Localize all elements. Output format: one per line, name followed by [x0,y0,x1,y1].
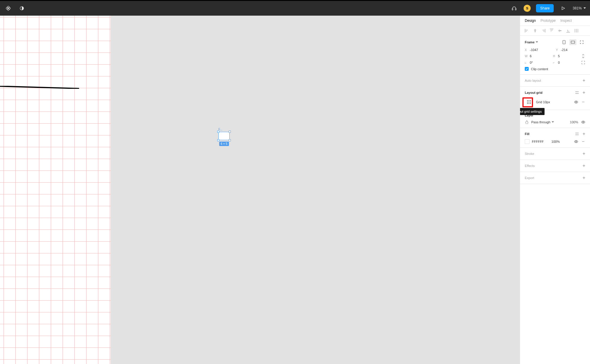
align-hcenter-icon[interactable] [533,29,537,33]
selection-box [218,132,230,140]
fill-swatch[interactable] [525,139,529,144]
tab-inspect[interactable]: Inspect [560,19,572,23]
fill-visibility-icon[interactable] [574,140,578,144]
tab-design[interactable]: Design [525,19,536,23]
effects-section: Effects + [520,160,590,172]
selection-dimensions: 6 × 5 [219,142,229,146]
components-icon[interactable] [4,4,12,12]
fill-opacity-input[interactable]: 100% [551,140,560,143]
svg-point-47 [577,133,578,134]
top-toolbar: S Share 381% [0,1,590,16]
layout-grid-item-label[interactable]: Grid 10px [536,100,550,104]
svg-point-45 [583,122,584,123]
resize-to-fit-icon[interactable] [578,39,585,45]
clip-content-label: Clip content [531,67,548,71]
present-icon[interactable] [559,4,567,12]
svg-point-35 [527,100,528,101]
canvas[interactable]: F... 6 × 5 [0,16,520,364]
x-input[interactable]: -1047 [530,48,538,52]
svg-point-48 [576,135,576,135]
align-vcenter-icon[interactable] [558,29,562,33]
independent-corners-icon[interactable] [581,60,585,65]
resize-handle-br[interactable] [229,139,231,141]
svg-point-49 [577,135,578,135]
alignment-row [520,26,590,36]
add-auto-layout-button[interactable]: + [583,78,585,83]
svg-point-39 [529,102,529,103]
svg-point-38 [527,102,528,103]
effects-title: Effects [525,164,535,168]
stroke-title: Stroke [525,152,534,155]
resize-handle-tr[interactable] [229,131,231,133]
x-label: X [525,48,528,52]
frame-section: Frame X-1047 Y-214 W6 H5 ⟀0° ⌐ [520,36,590,75]
constrain-proportions-icon[interactable] [581,54,585,58]
auto-layout-title: Auto layout [525,79,541,82]
svg-point-40 [530,102,531,103]
svg-rect-29 [563,40,565,44]
svg-point-41 [527,103,528,104]
w-input[interactable]: 6 [530,54,532,58]
blend-mode-dropdown[interactable]: Pass through [531,120,554,124]
avatar-initial: S [526,6,528,10]
orientation-landscape-icon[interactable] [569,39,576,45]
vector-line[interactable] [0,86,79,89]
auto-layout-section: Auto layout + [520,75,590,87]
svg-point-33 [576,93,576,94]
resize-handle-bl[interactable] [217,139,219,141]
selected-frame[interactable]: F... 6 × 5 [218,132,230,140]
h-input[interactable]: 5 [558,54,560,58]
distribute-icon[interactable] [574,29,578,33]
zoom-dropdown[interactable]: 381% [573,6,586,10]
radius-icon: ⌐ [553,61,556,64]
remove-layout-grid-button[interactable]: − [581,100,585,104]
layer-opacity-input[interactable]: 100% [570,120,578,124]
frame-title[interactable]: Frame [525,40,538,44]
align-left-icon[interactable] [525,29,529,33]
fill-styles-icon[interactable] [575,132,579,136]
orientation-portrait-icon[interactable] [560,39,568,45]
artboard-grid[interactable] [0,16,111,364]
fill-hex-input[interactable]: FFFFFF [532,140,544,143]
svg-point-46 [576,133,576,134]
tab-prototype[interactable]: Prototype [540,19,555,23]
properties-panel: Design Prototype Inspect Frame [520,16,590,364]
export-section: Export + [520,172,590,184]
blend-mode-icon[interactable] [525,120,529,124]
stroke-section: Stroke + [520,148,590,160]
y-input[interactable]: -214 [561,48,568,52]
mask-icon[interactable] [18,4,26,12]
add-stroke-button[interactable]: + [583,151,585,156]
align-right-icon[interactable] [541,29,545,33]
fill-title: Fill [525,132,529,136]
h-label: H [553,55,556,58]
grid-visibility-icon[interactable] [574,100,578,104]
svg-rect-30 [571,41,575,43]
grid-icon [527,100,531,104]
radius-input[interactable]: 0 [558,61,560,64]
layout-grid-section: Layout grid + Grid 10px − [520,87,590,110]
grid-styles-icon[interactable] [575,91,579,95]
svg-point-37 [530,100,531,101]
svg-point-43 [530,103,531,104]
resize-handle-tl[interactable] [217,131,219,133]
rotation-input[interactable]: 0° [530,61,533,64]
layer-visibility-icon[interactable] [581,120,585,124]
headphones-icon[interactable] [510,4,518,12]
align-top-icon[interactable] [550,29,554,33]
remove-fill-button[interactable]: − [581,140,585,144]
add-effect-button[interactable]: + [583,163,585,168]
avatar[interactable]: S [524,5,531,12]
panel-tabs: Design Prototype Inspect [520,16,590,26]
add-export-button[interactable]: + [583,176,585,180]
align-bottom-icon[interactable] [566,29,570,33]
add-fill-button[interactable]: + [583,132,585,136]
add-layout-grid-button[interactable]: + [583,90,585,95]
share-button[interactable]: Share [536,4,554,12]
layout-grid-title: Layout grid [525,91,542,94]
zoom-value: 381% [573,6,582,10]
layout-grid-settings-button[interactable] [525,98,533,106]
svg-point-34 [577,93,578,94]
clip-content-checkbox[interactable] [525,67,529,71]
export-title: Export [525,176,534,180]
